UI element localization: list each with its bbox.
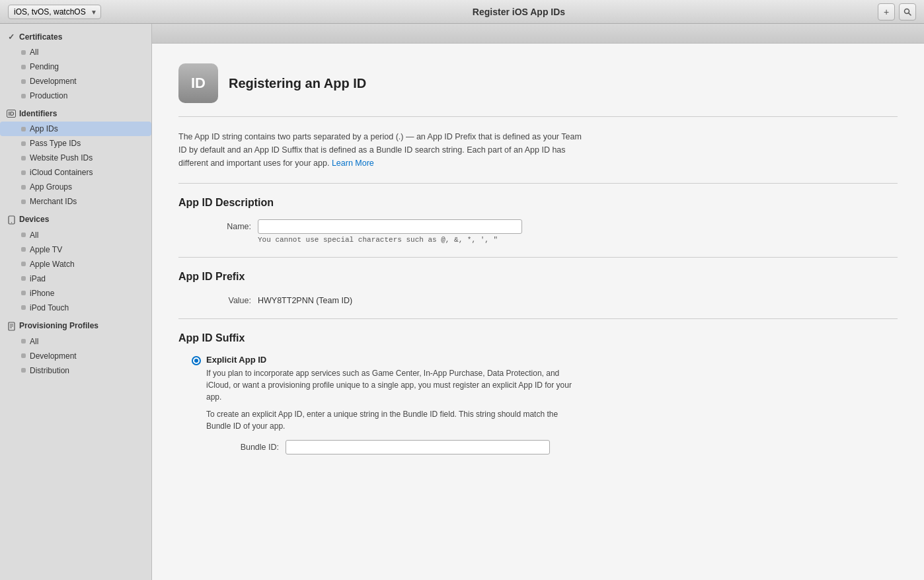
divider-1: [178, 116, 898, 117]
main-layout: ✓ Certificates All Pending Development P…: [0, 24, 924, 580]
add-button[interactable]: +: [878, 3, 895, 20]
identifiers-icon: ID: [7, 110, 16, 118]
explicit-radio-row: Explicit App ID If you plan to incorpora…: [192, 355, 898, 460]
prefix-value-label: Value:: [178, 293, 258, 305]
dot-icon: [21, 199, 26, 204]
sidebar-item-label: All: [30, 337, 38, 346]
top-bar: iOS, tvOS, watchOS ▼ Register iOS App ID…: [0, 0, 924, 24]
dot-icon: [21, 291, 26, 295]
sidebar-item-label: Merchant IDs: [30, 197, 77, 206]
sidebar-item-iphone[interactable]: iPhone: [0, 286, 151, 301]
dot-icon: [21, 262, 26, 266]
section-description-title: App ID Description: [178, 197, 898, 209]
dot-icon: [21, 233, 26, 237]
explicit-desc2: To create an explicit App ID, enter a un…: [206, 408, 583, 432]
sidebar-item-icloud-containers[interactable]: iCloud Containers: [0, 165, 151, 180]
sidebar-item-pass-type-ids[interactable]: Pass Type IDs: [0, 136, 151, 151]
sidebar-item-production-cert[interactable]: Production: [0, 89, 151, 103]
sidebar-item-apple-watch[interactable]: Apple Watch: [0, 257, 151, 272]
sidebar-item-app-groups[interactable]: App Groups: [0, 180, 151, 194]
sidebar-item-pending[interactable]: Pending: [0, 59, 151, 74]
sidebar-section-identifiers: ID Identifiers App IDs Pass Type IDs Web…: [0, 106, 151, 209]
provisioning-icon: [7, 321, 16, 331]
learn-more-link[interactable]: Learn More: [332, 159, 374, 168]
certificates-icon: ✓: [7, 32, 16, 42]
sidebar-item-all-devices[interactable]: All: [0, 228, 151, 242]
explicit-radio-button[interactable]: [192, 356, 201, 365]
sidebar-item-label: All: [30, 231, 38, 240]
bundle-id-input[interactable]: [286, 440, 550, 454]
explicit-label: Explicit App ID: [206, 355, 583, 365]
sidebar-provisioning-header: Provisioning Profiles: [0, 318, 151, 334]
content-body: ID Registering an App ID The App ID stri…: [152, 44, 924, 580]
dot-icon: [21, 368, 26, 373]
dot-icon: [21, 353, 26, 358]
sidebar-item-label: Development: [30, 351, 77, 361]
bundle-id-row: Bundle ID:: [206, 440, 583, 454]
explicit-option-content: Explicit App ID If you plan to incorpora…: [206, 355, 583, 460]
dot-icon: [21, 247, 26, 252]
dot-icon: [21, 141, 26, 146]
dot-icon: [21, 339, 26, 344]
dot-icon: [21, 94, 26, 98]
sidebar-certificates-header: ✓ Certificates: [0, 29, 151, 45]
divider-3: [178, 257, 898, 258]
sidebar-item-label: App Groups: [30, 182, 72, 192]
dot-icon: [21, 50, 26, 55]
toolbar-actions: +: [878, 3, 916, 20]
sidebar-item-ipod-touch[interactable]: iPod Touch: [0, 301, 151, 315]
section-prefix-title: App ID Prefix: [178, 271, 898, 283]
page-title: Register iOS App IDs: [160, 7, 878, 17]
sidebar-item-app-ids[interactable]: App IDs: [0, 122, 151, 136]
name-note: You cannot use special characters such a…: [258, 236, 522, 244]
sidebar-item-label: Pass Type IDs: [30, 139, 81, 148]
sidebar-item-development-profile[interactable]: Development: [0, 349, 151, 363]
sidebar-item-label: Website Push IDs: [30, 153, 93, 163]
platform-selector-area: iOS, tvOS, watchOS ▼: [8, 5, 160, 19]
certificates-label: Certificates: [19, 32, 62, 42]
sidebar-item-website-push-ids[interactable]: Website Push IDs: [0, 151, 151, 165]
sidebar-item-all-profiles[interactable]: All: [0, 334, 151, 349]
appid-icon: ID: [178, 63, 218, 103]
dot-icon: [21, 185, 26, 190]
content-area: ID Registering an App ID The App ID stri…: [152, 24, 924, 580]
sidebar-section-certificates: ✓ Certificates All Pending Development P…: [0, 29, 151, 103]
sidebar-item-development-cert[interactable]: Development: [0, 74, 151, 89]
sidebar-item-all-certs[interactable]: All: [0, 45, 151, 59]
sidebar-devices-header: Devices: [0, 211, 151, 228]
sidebar-item-label: All: [30, 48, 38, 57]
divider-2: [178, 183, 898, 184]
sidebar-section-provisioning: Provisioning Profiles All Development Di…: [0, 318, 151, 378]
appid-header: ID Registering an App ID: [178, 63, 898, 103]
name-label: Name:: [178, 219, 258, 231]
sidebar: ✓ Certificates All Pending Development P…: [0, 24, 152, 580]
divider-4: [178, 318, 898, 319]
search-icon: [904, 8, 911, 16]
sidebar-item-merchant-ids[interactable]: Merchant IDs: [0, 194, 151, 209]
sidebar-item-label: Apple Watch: [30, 260, 75, 269]
sidebar-item-label: iPhone: [30, 289, 54, 298]
explicit-desc1: If you plan to incorporate app services …: [206, 367, 583, 403]
sidebar-section-devices: Devices All Apple TV Apple Watch iPad iP…: [0, 211, 151, 315]
search-button[interactable]: [899, 3, 916, 20]
devices-icon: [7, 215, 16, 225]
section-suffix-title: App ID Suffix: [178, 332, 898, 344]
sidebar-item-distribution-profile[interactable]: Distribution: [0, 363, 151, 378]
dot-icon: [21, 65, 26, 69]
sidebar-item-label: Development: [30, 77, 77, 86]
name-row: Name: You cannot use special characters …: [178, 219, 898, 244]
identifiers-label: Identifiers: [19, 109, 57, 118]
dot-icon: [21, 156, 26, 161]
dot-icon: [21, 170, 26, 175]
platform-select-wrapper[interactable]: iOS, tvOS, watchOS ▼: [8, 5, 101, 19]
bundle-id-label: Bundle ID:: [206, 440, 286, 452]
name-input[interactable]: [258, 219, 522, 234]
sidebar-item-ipad[interactable]: iPad: [0, 272, 151, 286]
prefix-value: HWY8TT2PNN (Team ID): [258, 293, 352, 305]
provisioning-label: Provisioning Profiles: [19, 321, 98, 330]
name-field-group: You cannot use special characters such a…: [258, 219, 522, 244]
platform-select[interactable]: iOS, tvOS, watchOS: [8, 5, 101, 19]
svg-line-1: [909, 13, 911, 15]
dot-icon: [21, 276, 26, 281]
sidebar-item-apple-tv[interactable]: Apple TV: [0, 242, 151, 257]
